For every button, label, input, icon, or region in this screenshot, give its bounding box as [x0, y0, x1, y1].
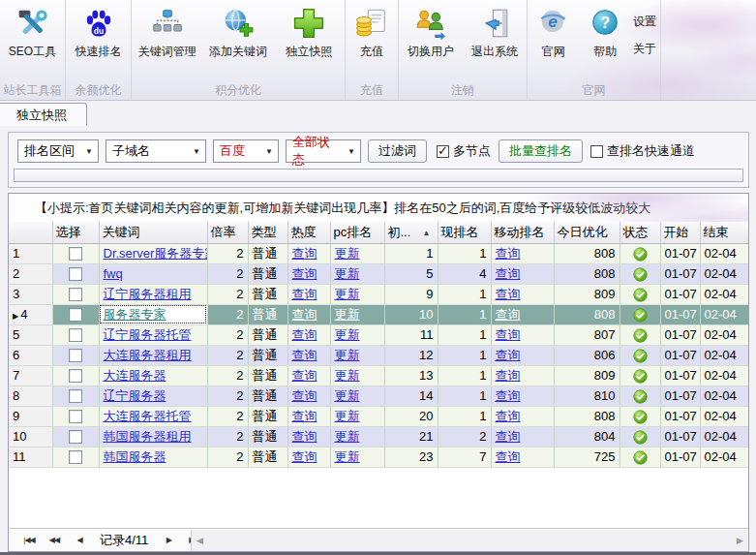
pc-update-link[interactable]: 更新 — [335, 307, 360, 322]
scroll-left-icon[interactable]: ◀ — [197, 536, 203, 545]
hot-query-link[interactable]: 查询 — [292, 449, 318, 464]
keyword-link[interactable]: 辽宁服务器租用 — [104, 287, 192, 301]
pager-fast-prev-button[interactable]: ◀◀ — [42, 536, 67, 544]
pc-update-link[interactable]: 更新 — [335, 429, 360, 444]
mobile-query-link[interactable]: 查询 — [496, 266, 521, 281]
keyword-link[interactable]: 韩国服务器租用 — [104, 429, 192, 444]
mobile-query-link[interactable]: 查询 — [496, 327, 521, 342]
keyword-link[interactable]: Dr.server服务器专家 — [104, 246, 208, 261]
seo-tools-button[interactable]: SEO工具 — [0, 0, 65, 83]
keyword-link[interactable]: 大连服务器租用 — [104, 348, 192, 362]
row-checkbox[interactable] — [69, 267, 82, 281]
hot-query-link[interactable]: 查询 — [292, 307, 318, 322]
row-number-cell[interactable]: 6 — [9, 345, 52, 365]
quick-rank-button[interactable]: du 快速排名 — [66, 0, 131, 83]
row-number-cell[interactable]: ▶4 — [9, 304, 52, 324]
hot-query-link[interactable]: 查询 — [292, 409, 318, 423]
horizontal-scrollbar[interactable]: ◀ ▶ — [191, 530, 748, 551]
pc-update-link[interactable]: 更新 — [335, 388, 360, 403]
row-checkbox[interactable] — [69, 389, 82, 403]
column-header-mobile[interactable]: 移动排名 — [491, 222, 554, 243]
official-site-button[interactable]: e 官网 — [528, 0, 580, 83]
column-header-status[interactable]: 状态 — [620, 222, 660, 243]
help-button[interactable]: ? 帮助 — [580, 0, 632, 83]
row-checkbox[interactable] — [69, 308, 82, 322]
mobile-query-link[interactable]: 查询 — [496, 449, 521, 464]
column-header-hot[interactable]: 热度 — [287, 222, 330, 243]
hot-query-link[interactable]: 查询 — [292, 388, 318, 403]
row-number-cell[interactable]: 1 — [9, 243, 52, 263]
row-checkbox[interactable] — [69, 288, 82, 301]
mobile-query-link[interactable]: 查询 — [496, 246, 521, 261]
column-header-type[interactable]: 类型 — [248, 222, 287, 243]
pager-next-button[interactable]: ▶ — [156, 536, 181, 544]
mobile-query-link[interactable]: 查询 — [496, 307, 521, 322]
hot-query-link[interactable]: 查询 — [292, 246, 318, 261]
row-checkbox[interactable] — [69, 369, 82, 383]
recharge-button[interactable]: 充值 — [346, 0, 398, 83]
hot-query-link[interactable]: 查询 — [292, 348, 318, 362]
fastlane-checkbox[interactable] — [590, 145, 603, 158]
row-checkbox[interactable] — [69, 328, 82, 342]
rank-range-dropdown[interactable]: 排名区间 ▼ — [17, 139, 99, 163]
search-engine-dropdown[interactable]: 百度 ▼ — [213, 139, 279, 163]
mobile-query-link[interactable]: 查询 — [496, 348, 521, 362]
column-header-today[interactable]: 今日优化 — [554, 222, 620, 243]
keyword-manage-button[interactable]: 关键词管理 — [132, 0, 202, 83]
keyword-link[interactable]: fwq — [104, 266, 123, 281]
filter-words-button[interactable]: 过滤词 — [368, 139, 427, 163]
column-header-cur[interactable]: 现排名 — [438, 222, 491, 243]
hot-query-link[interactable]: 查询 — [292, 429, 318, 444]
switch-user-button[interactable]: 切换用户 — [399, 0, 463, 83]
column-header-init[interactable]: 初...▲ — [384, 222, 438, 243]
pc-update-link[interactable]: 更新 — [335, 287, 360, 301]
mobile-query-link[interactable]: 查询 — [496, 287, 521, 301]
column-header-start[interactable]: 开始 — [660, 222, 700, 243]
keyword-link[interactable]: 辽宁服务器托管 — [104, 327, 192, 342]
row-checkbox[interactable] — [69, 450, 82, 464]
pc-update-link[interactable]: 更新 — [335, 368, 360, 383]
row-number-cell[interactable]: 11 — [9, 447, 52, 467]
column-header-end[interactable]: 结束 — [700, 222, 748, 243]
row-number-cell[interactable]: 7 — [9, 365, 52, 385]
scroll-right-icon[interactable]: ▶ — [737, 536, 743, 545]
fastlane-checkbox-wrap[interactable]: 查排名快速通道 — [590, 142, 695, 160]
column-header-select[interactable]: 选择 — [52, 222, 99, 243]
keyword-link[interactable]: 大连服务器托管 — [104, 409, 192, 423]
settings-button[interactable]: 设置 — [633, 14, 656, 30]
tab-independent-snapshot[interactable]: 独立快照 — [0, 103, 87, 126]
row-number-cell[interactable]: 2 — [9, 263, 52, 284]
column-header-rate[interactable]: 倍率 — [207, 222, 248, 243]
multinode-checkbox[interactable]: ✓ — [437, 145, 449, 158]
mobile-query-link[interactable]: 查询 — [496, 409, 521, 423]
independent-snapshot-button[interactable]: 独立快照 — [274, 0, 345, 83]
pc-update-link[interactable]: 更新 — [335, 246, 360, 261]
pc-update-link[interactable]: 更新 — [335, 266, 360, 281]
about-button[interactable]: 关于 — [633, 41, 656, 57]
row-checkbox[interactable] — [69, 247, 82, 261]
hot-query-link[interactable]: 查询 — [292, 327, 318, 342]
column-header-pc[interactable]: pc排名 — [330, 222, 384, 243]
keyword-link[interactable]: 韩国服务器 — [104, 449, 166, 464]
exit-system-button[interactable]: 退出系统 — [463, 0, 527, 83]
multinode-checkbox-wrap[interactable]: ✓ 多节点 — [437, 142, 491, 160]
pc-update-link[interactable]: 更新 — [335, 348, 360, 362]
row-number-cell[interactable]: 8 — [9, 385, 52, 406]
keyword-link[interactable]: 大连服务器 — [104, 368, 166, 383]
column-header-num[interactable] — [9, 222, 52, 243]
hot-query-link[interactable]: 查询 — [292, 266, 318, 281]
row-checkbox[interactable] — [69, 430, 82, 444]
subdomain-dropdown[interactable]: 子域名 ▼ — [106, 139, 206, 163]
row-number-cell[interactable]: 10 — [9, 426, 52, 447]
column-header-keyword[interactable]: 关键词 — [99, 222, 207, 243]
batch-check-rank-button[interactable]: 批量查排名 — [499, 139, 583, 163]
mobile-query-link[interactable]: 查询 — [496, 429, 521, 444]
pc-update-link[interactable]: 更新 — [335, 409, 360, 423]
mobile-query-link[interactable]: 查询 — [496, 388, 521, 403]
add-keyword-button[interactable]: 添加关键词 — [202, 0, 273, 83]
pc-update-link[interactable]: 更新 — [335, 327, 360, 342]
mobile-query-link[interactable]: 查询 — [496, 368, 521, 383]
pager-first-button[interactable]: |◀◀ — [16, 536, 42, 544]
hot-query-link[interactable]: 查询 — [292, 287, 318, 301]
hot-query-link[interactable]: 查询 — [292, 368, 318, 383]
